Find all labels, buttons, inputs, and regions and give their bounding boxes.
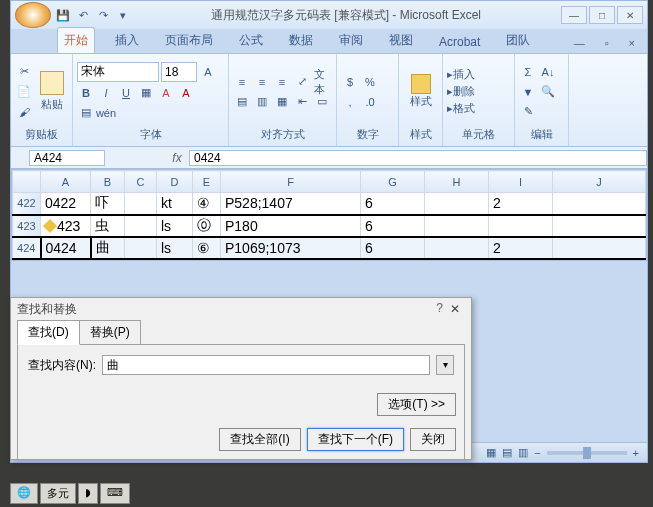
col-H[interactable]: H — [425, 171, 489, 193]
close-dialog-button[interactable]: 关闭 — [410, 428, 456, 451]
sort-icon[interactable]: A↓ — [539, 63, 557, 81]
cell[interactable]: 0424 — [41, 237, 91, 259]
italic-icon[interactable]: I — [97, 84, 115, 102]
cell[interactable]: ⓪ — [193, 215, 221, 237]
grow-font-icon[interactable]: A — [199, 63, 217, 81]
styles-button[interactable]: 样式 — [403, 59, 438, 125]
tab-layout[interactable]: 页面布局 — [159, 28, 219, 53]
format-cells-button[interactable]: ▸格式 — [447, 101, 475, 116]
spreadsheet-grid[interactable]: A B C D E F G H I J 4220422吓kt④P528;1407… — [11, 169, 647, 261]
tab-team[interactable]: 团队 — [500, 28, 536, 53]
cut-icon[interactable]: ✂ — [15, 63, 33, 81]
font-size-select[interactable]: 18 — [161, 62, 197, 82]
fill-color-icon[interactable]: A — [157, 84, 175, 102]
col-C[interactable]: C — [125, 171, 157, 193]
align-left-icon[interactable]: ▤ — [233, 93, 251, 111]
options-button[interactable]: 选项(T) >> — [377, 393, 456, 416]
fill-icon[interactable]: ▼ — [519, 83, 537, 101]
align-bot-icon[interactable]: ≡ — [273, 73, 291, 91]
tab-review[interactable]: 审阅 — [333, 28, 369, 53]
cell[interactable]: P1069;1073 — [221, 237, 361, 259]
phonetic-icon[interactable]: wén — [97, 104, 115, 122]
cell[interactable]: 虫 — [91, 215, 125, 237]
tab-data[interactable]: 数据 — [283, 28, 319, 53]
row-header[interactable]: 423 — [13, 215, 41, 237]
cell[interactable]: 吓 — [91, 193, 125, 215]
copy-icon[interactable]: 📄 — [15, 83, 33, 101]
cell[interactable]: 2 — [489, 193, 553, 215]
view-break-icon[interactable]: ▥ — [518, 446, 528, 459]
cell[interactable]: ⑥ — [193, 237, 221, 259]
table-row[interactable]: 4220422吓kt④P528;140762 — [13, 193, 646, 215]
undo-icon[interactable]: ↶ — [75, 7, 91, 23]
dialog-help-icon[interactable]: ? — [436, 301, 443, 315]
tab-acrobat[interactable]: Acrobat — [433, 31, 486, 53]
clear-icon[interactable]: ✎ — [519, 103, 537, 121]
tab-find[interactable]: 查找(D) — [17, 320, 80, 345]
zoom-out-button[interactable]: − — [534, 447, 540, 459]
paste-button[interactable]: 粘贴 — [35, 59, 68, 125]
find-all-button[interactable]: 查找全部(I) — [219, 428, 300, 451]
row-header[interactable]: 424 — [13, 237, 41, 259]
view-normal-icon[interactable]: ▦ — [486, 446, 496, 459]
font-name-select[interactable]: 宋体 — [77, 62, 159, 82]
tab-view[interactable]: 视图 — [383, 28, 419, 53]
cell[interactable]: 0422 — [41, 193, 91, 215]
cell[interactable]: P528;1407 — [221, 193, 361, 215]
tab-home[interactable]: 开始 — [57, 27, 95, 53]
zoom-slider[interactable] — [547, 451, 627, 455]
format-painter-icon[interactable]: 🖌 — [15, 103, 33, 121]
find-next-button[interactable]: 查找下一个(F) — [307, 428, 404, 451]
minimize-button[interactable]: — — [561, 6, 587, 24]
find-icon[interactable]: 🔍 — [539, 83, 557, 101]
merge-button[interactable]: ▭ — [313, 93, 331, 111]
bold-icon[interactable]: B — [77, 84, 95, 102]
wrap-text-button[interactable]: 文本 — [313, 73, 331, 91]
formula-value[interactable]: 0424 — [189, 150, 647, 166]
col-J[interactable]: J — [553, 171, 646, 193]
cell[interactable] — [489, 215, 553, 237]
ime-keyboard-icon[interactable]: ⌨ — [100, 483, 130, 504]
cell[interactable] — [425, 237, 489, 259]
cell[interactable]: 423 — [41, 215, 91, 237]
col-D[interactable]: D — [157, 171, 193, 193]
zoom-in-button[interactable]: + — [633, 447, 639, 459]
cell[interactable] — [425, 193, 489, 215]
comma-icon[interactable]: , — [341, 93, 359, 111]
align-mid-icon[interactable]: ≡ — [253, 73, 271, 91]
insert-cells-button[interactable]: ▸插入 — [447, 67, 475, 82]
cell[interactable] — [125, 215, 157, 237]
cell[interactable]: ls — [157, 215, 193, 237]
cell[interactable] — [125, 237, 157, 259]
ime-moon-icon[interactable]: ◗ — [78, 483, 98, 504]
dialog-close-button[interactable]: ✕ — [445, 302, 465, 316]
orientation-icon[interactable]: ⤢ — [293, 73, 311, 91]
indent-dec-icon[interactable]: ⇤ — [293, 93, 311, 111]
row-header[interactable]: 422 — [13, 193, 41, 215]
redo-icon[interactable]: ↷ — [95, 7, 111, 23]
cell[interactable]: 2 — [489, 237, 553, 259]
qat-dropdown-icon[interactable]: ▾ — [115, 7, 131, 23]
fx-icon[interactable]: fx — [165, 151, 189, 165]
currency-icon[interactable]: $ — [341, 73, 359, 91]
doc-minimize-icon[interactable]: — — [568, 33, 591, 53]
col-G[interactable]: G — [361, 171, 425, 193]
doc-restore-icon[interactable]: ▫ — [599, 33, 615, 53]
table-row[interactable]: 423423虫ls⓪P1806 — [13, 215, 646, 237]
select-all-corner[interactable] — [13, 171, 41, 193]
cell[interactable]: 曲 — [91, 237, 125, 259]
col-A[interactable]: A — [41, 171, 91, 193]
cell[interactable]: 6 — [361, 215, 425, 237]
table-row[interactable]: 4240424曲ls⑥P1069;107362 — [13, 237, 646, 259]
percent-icon[interactable]: % — [361, 73, 379, 91]
borders-icon[interactable]: ▤ — [77, 104, 95, 122]
cell[interactable]: kt — [157, 193, 193, 215]
align-center-icon[interactable]: ▥ — [253, 93, 271, 111]
cell[interactable]: ④ — [193, 193, 221, 215]
find-input[interactable] — [102, 355, 430, 375]
col-I[interactable]: I — [489, 171, 553, 193]
autosum-icon[interactable]: Σ — [519, 63, 537, 81]
cell[interactable] — [553, 193, 646, 215]
col-E[interactable]: E — [193, 171, 221, 193]
cell[interactable]: P180 — [221, 215, 361, 237]
